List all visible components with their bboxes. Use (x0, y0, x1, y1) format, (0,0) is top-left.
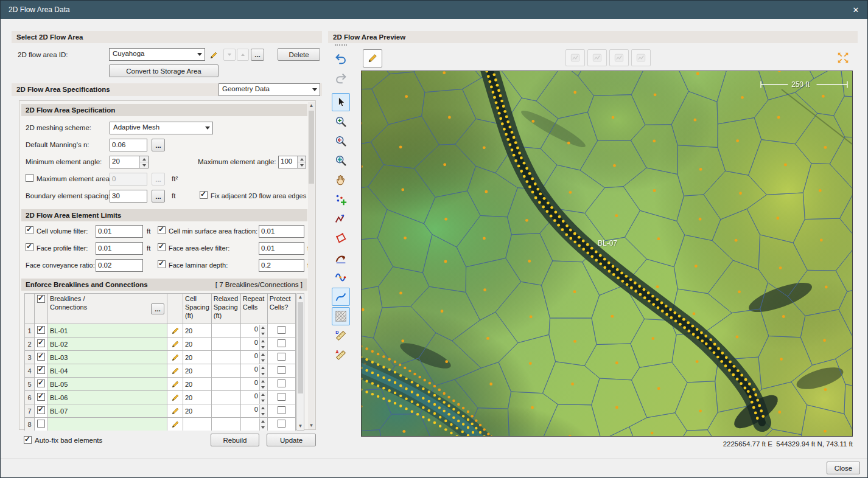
scroll-up-arrow[interactable]: ▲ (297, 294, 304, 301)
row-checkbox[interactable] (37, 379, 45, 387)
browse-areas-button[interactable]: ... (251, 49, 264, 61)
protect-cells-checkbox[interactable] (278, 379, 285, 387)
repeat-cells-spinner[interactable] (242, 418, 267, 431)
relaxed-spacing-cell[interactable] (211, 378, 240, 391)
relaxed-spacing-cell[interactable] (211, 391, 240, 404)
breakline-name-cell[interactable]: BL-07 (48, 404, 167, 418)
cell-spacing-cell[interactable]: 20 (183, 391, 212, 404)
scroll-down-arrow[interactable]: ▼ (297, 423, 304, 430)
boundary-spacing-browse-button[interactable]: ... (152, 190, 165, 203)
spin-down-button[interactable] (140, 162, 148, 168)
protect-cells-checkbox[interactable] (278, 366, 285, 374)
convert-to-storage-button[interactable]: Convert to Storage Area (109, 64, 219, 77)
breakline-name-cell[interactable]: BL-03 (48, 351, 167, 364)
face-laminar-checkbox[interactable] (158, 260, 166, 268)
min-angle-spinner[interactable]: 20 (110, 156, 149, 168)
flow-area-id-combobox[interactable]: Cuyahoga (109, 48, 205, 61)
breakline-name-cell[interactable]: BL-02 (48, 338, 167, 351)
scroll-down-arrow[interactable]: ▼ (308, 422, 315, 429)
scrollbar-thumb[interactable] (309, 111, 314, 184)
preview-disabled-button-3[interactable] (609, 49, 629, 66)
boundary-spacing-input[interactable]: 30 (110, 190, 147, 203)
row-checkbox[interactable] (37, 406, 45, 414)
tool-select-cursor-button[interactable] (332, 93, 350, 111)
protect-cells-checkbox[interactable] (278, 406, 285, 414)
cell-min-input[interactable]: 0.01 (259, 225, 304, 238)
previous-area-button[interactable] (223, 49, 236, 61)
edit-pencil-button[interactable] (167, 364, 183, 378)
row-checkbox[interactable] (37, 393, 45, 401)
face-area-input[interactable]: 0.01 (259, 242, 304, 255)
autofix-checkbox[interactable] (24, 436, 32, 444)
panel-scrollbar[interactable]: ▲ ▼ (308, 102, 315, 429)
tool-polygon-edit-button[interactable] (332, 229, 350, 248)
tool-measure-distance-button[interactable] (332, 327, 350, 345)
max-angle-spinner[interactable]: 100 (278, 156, 306, 168)
tool-breakline-tool-button[interactable] (332, 288, 350, 306)
mannings-input[interactable]: 0.06 (110, 139, 147, 151)
breaklines-browse-button[interactable]: ... (151, 303, 164, 314)
repeat-cells-spinner[interactable]: 0 (242, 338, 267, 350)
terrain-map-canvas[interactable] (362, 71, 852, 436)
max-area-input[interactable]: 0 (110, 173, 147, 185)
scroll-up-arrow[interactable]: ▲ (308, 102, 315, 109)
spin-down-button[interactable] (298, 162, 306, 168)
repeat-cells-spinner[interactable]: 0 (242, 325, 267, 337)
tool-mesh-tool-button[interactable] (332, 307, 350, 325)
toolbar-grip-handle[interactable] (335, 44, 347, 46)
row-checkbox[interactable] (37, 366, 45, 374)
fix-edges-checkbox[interactable] (200, 191, 208, 199)
relaxed-spacing-cell[interactable] (211, 404, 240, 418)
tool-redo-button[interactable] (332, 69, 350, 87)
relaxed-spacing-cell[interactable] (211, 418, 240, 431)
rename-area-pencil-button[interactable] (208, 49, 220, 61)
view-mode-select[interactable]: Geometry Data (219, 83, 320, 96)
tool-zoom-in-button[interactable] (332, 113, 350, 131)
breakline-name-cell[interactable]: BL-06 (48, 391, 167, 404)
meshing-scheme-select[interactable]: Adaptive Mesh (110, 122, 213, 134)
tool-flow-path-button[interactable] (332, 249, 350, 267)
cell-volume-input[interactable]: 0.01 (96, 225, 143, 238)
face-area-checkbox[interactable] (158, 243, 166, 251)
relaxed-spacing-cell[interactable] (211, 351, 240, 364)
edit-pencil-button[interactable] (167, 418, 183, 431)
max-area-browse-button[interactable]: ... (152, 173, 165, 185)
preview-disabled-button-1[interactable] (565, 49, 585, 66)
face-laminar-input[interactable]: 0.2 (259, 259, 304, 272)
breakline-name-cell[interactable] (48, 418, 167, 431)
repeat-cells-spinner[interactable]: 0 (242, 392, 267, 404)
protect-cells-checkbox[interactable] (278, 353, 285, 361)
tool-zoom-extents-button[interactable] (332, 151, 350, 170)
repeat-cells-spinner[interactable]: 0 (242, 378, 267, 390)
face-profile-checkbox[interactable] (26, 243, 33, 251)
relaxed-spacing-cell[interactable] (211, 338, 240, 351)
cell-spacing-cell[interactable]: 20 (183, 351, 212, 364)
edit-pencil-button[interactable] (167, 338, 183, 351)
edit-pencil-button[interactable] (167, 324, 183, 338)
rebuild-button[interactable]: Rebuild (211, 434, 259, 446)
protect-cells-checkbox[interactable] (278, 420, 285, 428)
select-all-checkbox[interactable] (37, 295, 45, 303)
max-area-checkbox[interactable] (26, 174, 33, 182)
relaxed-spacing-cell[interactable] (211, 364, 240, 378)
row-checkbox[interactable] (37, 326, 45, 334)
cell-spacing-cell[interactable]: 20 (183, 404, 212, 418)
tool-wave-tool-button[interactable] (332, 268, 350, 286)
relaxed-spacing-cell[interactable] (211, 324, 240, 338)
repeat-cells-spinner[interactable]: 0 (242, 352, 267, 364)
delete-area-button[interactable]: Delete (278, 48, 320, 61)
breakline-name-cell[interactable]: BL-01 (48, 324, 167, 338)
edit-pencil-button[interactable] (167, 391, 183, 404)
cell-spacing-cell[interactable]: 20 (183, 364, 212, 378)
edit-pencil-button[interactable] (167, 404, 183, 418)
repeat-cells-spinner[interactable]: 0 (242, 405, 267, 417)
breakline-name-cell[interactable]: BL-04 (48, 364, 167, 378)
edit-geometry-pencil-button[interactable] (363, 49, 382, 68)
row-checkbox[interactable] (37, 339, 45, 347)
cell-spacing-cell[interactable]: 20 (183, 338, 212, 351)
protect-cells-checkbox[interactable] (278, 393, 285, 401)
close-window-button[interactable]: ✕ (843, 5, 868, 15)
zoom-to-extents-button[interactable] (833, 49, 853, 66)
tool-zoom-previous-button[interactable] (332, 132, 350, 150)
edit-pencil-button[interactable] (167, 378, 183, 391)
